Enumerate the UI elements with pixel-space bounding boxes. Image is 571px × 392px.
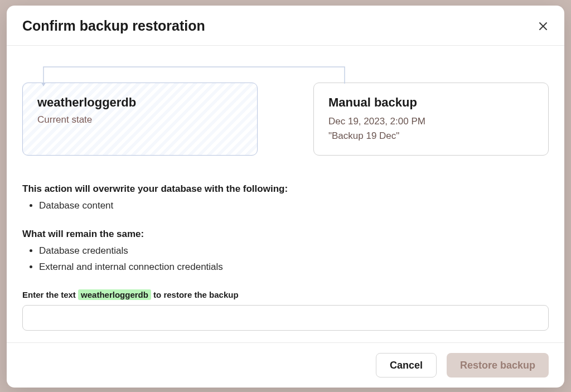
- overwrite-list: Database content: [22, 198, 549, 214]
- backup-type: Manual backup: [328, 95, 534, 110]
- list-item: Database content: [39, 198, 549, 214]
- backup-name: "Backup 19 Dec": [328, 129, 534, 143]
- modal-body: weatherloggerdb Current state Manual bac…: [7, 46, 564, 342]
- overwrite-heading: This action will overwrite your database…: [22, 183, 549, 195]
- confirm-highlight: weatherloggerdb: [78, 289, 151, 300]
- backup-timestamp: Dec 19, 2023, 2:00 PM: [328, 114, 534, 129]
- close-icon[interactable]: [538, 21, 549, 32]
- list-item: Database credentials: [39, 243, 549, 259]
- current-state-label: Current state: [37, 114, 243, 125]
- modal-header: Confirm backup restoration: [7, 6, 564, 46]
- current-state-card: weatherloggerdb Current state: [22, 83, 258, 156]
- confirm-label: Enter the text weatherloggerdb to restor…: [22, 290, 549, 299]
- modal-footer: Cancel Restore backup: [7, 342, 564, 388]
- confirm-suffix: to restore the backup: [151, 290, 239, 299]
- same-section: What will remain the same: Database cred…: [22, 229, 549, 275]
- modal-title: Confirm backup restoration: [22, 18, 205, 34]
- backup-card: Manual backup Dec 19, 2023, 2:00 PM "Bac…: [313, 83, 549, 156]
- restore-modal: Confirm backup restoration weatherlogger…: [7, 6, 564, 388]
- same-heading: What will remain the same:: [22, 229, 549, 240]
- cards-row: weatherloggerdb Current state Manual bac…: [22, 83, 549, 156]
- confirm-prefix: Enter the text: [22, 290, 78, 299]
- cancel-button[interactable]: Cancel: [376, 353, 437, 378]
- overwrite-section: This action will overwrite your database…: [22, 183, 549, 214]
- confirm-section: Enter the text weatherloggerdb to restor…: [22, 290, 549, 331]
- same-list: Database credentials External and intern…: [22, 243, 549, 275]
- confirm-input[interactable]: [22, 305, 549, 331]
- current-db-name: weatherloggerdb: [37, 95, 243, 110]
- list-item: External and internal connection credent…: [39, 259, 549, 275]
- restore-button[interactable]: Restore backup: [447, 353, 549, 378]
